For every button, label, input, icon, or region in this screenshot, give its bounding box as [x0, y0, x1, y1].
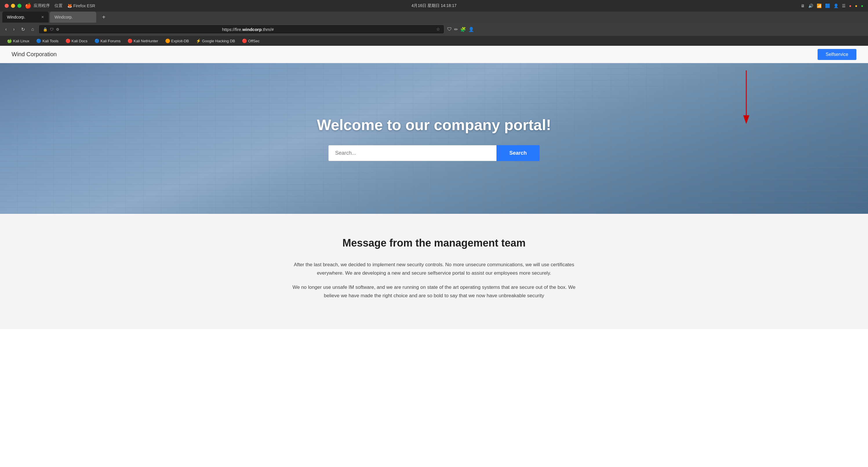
browser-chrome: 🍎 应用程序 位置 🦊 Firefox ESR 4月16日 星期日 14:18:… — [0, 0, 868, 46]
bookmark-offsec[interactable]: 🔴 OffSec — [239, 38, 262, 44]
kali-linux-icon: 🍏 — [7, 38, 12, 43]
bookmark-kali-nethunter-label: Kali NetHunter — [134, 39, 158, 43]
volume-icon: 🔊 — [808, 3, 813, 8]
hero-title: Welcome to our company portal! — [317, 116, 551, 133]
url-text: https://fire.windcorp.thm/# — [62, 27, 434, 32]
tab-bar: Windcorp. ✕ Windcorp. + — [0, 11, 868, 23]
bookmark-kali-forums-label: Kali Forums — [100, 39, 121, 43]
dot-green: ● — [861, 3, 863, 8]
content-section: Message from the management team After t… — [0, 214, 868, 329]
position-menu-label[interactable]: 位置 — [55, 3, 63, 8]
ext-icon: 🟦 — [825, 3, 830, 8]
bookmark-google-hacking[interactable]: ⚡ Google Hacking DB — [193, 38, 238, 44]
shield-verify-icon: 🛡 — [447, 27, 452, 32]
forward-button[interactable]: › — [11, 26, 16, 33]
bookmark-exploit-db[interactable]: 🟠 Exploit-DB — [162, 38, 192, 44]
bookmark-exploit-db-label: Exploit-DB — [171, 39, 189, 43]
browser-name-label: 🦊 Firefox ESR — [67, 3, 95, 8]
google-hacking-icon: ⚡ — [196, 38, 201, 43]
annotation-arrow — [735, 69, 758, 127]
content-title: Message from the management team — [11, 237, 857, 249]
address-bar[interactable]: 🔒 🛡 ⚙ https://fire.windcorp.thm/# ☆ — [38, 25, 444, 34]
back-button[interactable]: ‹ — [3, 26, 8, 33]
cert-icon: ⚙ — [56, 27, 59, 32]
network-icon: 📶 — [817, 3, 822, 8]
app-menu-label[interactable]: 应用程序 — [34, 3, 50, 8]
system-tray: 🖥 🔊 📶 🟦 👤 ☰ ● ● ● — [801, 3, 863, 8]
bookmark-star-icon[interactable]: ☆ — [436, 27, 440, 32]
kali-forums-icon: 🔵 — [94, 38, 99, 43]
kali-nethunter-icon: 🔴 — [127, 38, 132, 43]
company-logo: Wind Corporation — [11, 51, 57, 58]
home-button[interactable]: ⌂ — [30, 26, 36, 33]
tab-1-close-icon[interactable]: ✕ — [41, 15, 44, 19]
bookmark-kali-nethunter[interactable]: 🔴 Kali NetHunter — [125, 38, 161, 44]
nav-right-controls: 🛡 ✏ 🧩 👤 — [447, 27, 474, 32]
bookmark-offsec-label: OffSec — [248, 39, 260, 43]
window-maximize-button[interactable] — [18, 4, 22, 8]
bookmark-google-hacking-label: Google Hacking DB — [202, 39, 235, 43]
monitor-icon: 🖥 — [801, 3, 805, 8]
offsec-icon: 🔴 — [242, 38, 247, 43]
nav-bar: ‹ › ↻ ⌂ 🔒 🛡 ⚙ https://fire.windcorp.thm/… — [0, 23, 868, 36]
tab-2[interactable]: Windcorp. — [50, 11, 96, 23]
exploit-db-icon: 🟠 — [165, 38, 170, 43]
tab-1[interactable]: Windcorp. ✕ — [2, 11, 49, 23]
new-tab-button[interactable]: + — [98, 11, 109, 23]
bookmark-kali-linux-label: Kali Linux — [13, 39, 29, 43]
menu-icon[interactable]: ☰ — [842, 3, 846, 8]
bookmark-kali-linux[interactable]: 🍏 Kali Linux — [4, 38, 32, 44]
content-paragraph-2: We no longer use unsafe IM software, and… — [289, 283, 579, 300]
search-button[interactable]: Search — [496, 145, 539, 161]
window-controls — [5, 4, 22, 8]
bookmark-kali-docs-label: Kali Docs — [71, 39, 88, 43]
tab-1-label: Windcorp. — [7, 15, 25, 20]
bookmarks-bar: 🍏 Kali Linux 🔵 Kali Tools 🔴 Kali Docs 🔵 … — [0, 36, 868, 46]
apple-logo-icon: 🍎 — [25, 3, 31, 9]
bookmark-kali-forums[interactable]: 🔵 Kali Forums — [92, 38, 123, 44]
website-content: Wind Corporation Selfservice Welcome to … — [0, 46, 868, 329]
shield-icon: 🛡 — [50, 27, 54, 32]
page-navbar: Wind Corporation Selfservice — [0, 46, 868, 63]
window-minimize-button[interactable] — [11, 4, 15, 8]
user-icon: 👤 — [834, 3, 838, 8]
kali-tools-icon: 🔵 — [36, 38, 41, 43]
profile-icon: 👤 — [468, 27, 474, 32]
bookmark-kali-tools-label: Kali Tools — [42, 39, 58, 43]
extensions-icon[interactable]: 🧩 — [460, 27, 466, 32]
dot-red: ● — [849, 3, 851, 8]
hero-search-form: Search — [328, 145, 539, 161]
dot-yellow: ● — [855, 3, 857, 8]
window-close-button[interactable] — [5, 4, 9, 8]
content-paragraph-1: After the last breach, we decided to imp… — [289, 261, 579, 278]
hero-section: Welcome to our company portal! Search — [0, 63, 868, 214]
lock-icon: 🔒 — [43, 27, 48, 32]
time-display: 4月16日 星期日 14:18:17 — [411, 3, 457, 8]
pen-icon: ✏ — [454, 27, 458, 32]
reload-button[interactable]: ↻ — [20, 26, 27, 33]
selfservice-button[interactable]: Selfservice — [817, 49, 857, 60]
kali-docs-icon: 🔴 — [65, 38, 70, 43]
bookmark-kali-tools[interactable]: 🔵 Kali Tools — [33, 38, 61, 44]
search-input[interactable] — [328, 145, 496, 161]
title-bar: 🍎 应用程序 位置 🦊 Firefox ESR 4月16日 星期日 14:18:… — [0, 0, 868, 11]
tab-2-label: Windcorp. — [55, 15, 73, 20]
bookmark-kali-docs[interactable]: 🔴 Kali Docs — [63, 38, 90, 44]
